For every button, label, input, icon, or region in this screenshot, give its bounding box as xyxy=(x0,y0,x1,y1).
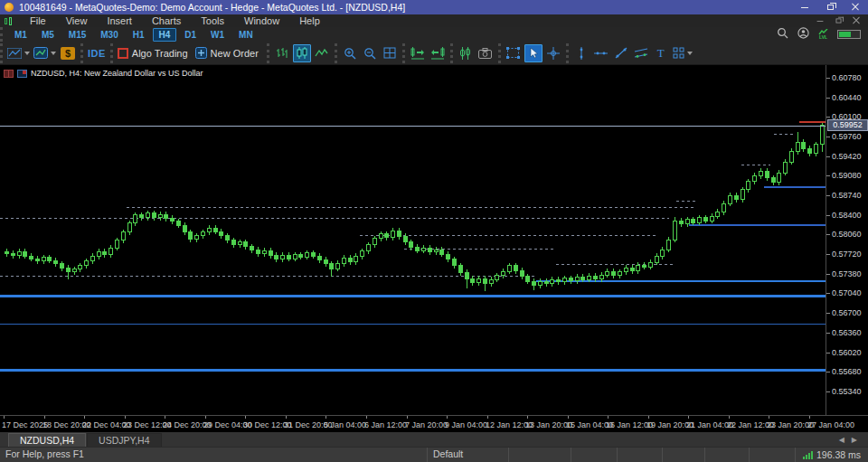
vertical-line-button[interactable] xyxy=(572,44,590,62)
currency-button[interactable]: $ xyxy=(59,44,77,62)
candle xyxy=(514,266,518,271)
chart-tab-nzdusd-h4[interactable]: NZDUSD,H4 xyxy=(8,433,86,447)
text-tool-button[interactable]: T xyxy=(652,44,670,62)
menu-item-view[interactable]: View xyxy=(56,14,98,27)
timeframe-button-m30[interactable]: M30 xyxy=(94,28,124,42)
timeframe-button-w1[interactable]: W1 xyxy=(204,28,231,42)
candle xyxy=(61,264,64,268)
timeframe-button-d1[interactable]: D1 xyxy=(178,28,203,42)
toolbar-group-charts: $ xyxy=(0,43,80,63)
price-tick xyxy=(826,313,830,314)
new-order-button[interactable]: New Order xyxy=(194,44,263,62)
child-restore-button[interactable] xyxy=(832,16,844,26)
candle-mode-button[interactable] xyxy=(293,44,311,62)
candle xyxy=(625,268,628,271)
profile-icon[interactable] xyxy=(797,26,809,42)
candle xyxy=(716,212,720,216)
child-close-button[interactable] xyxy=(850,16,863,26)
menu-item-help[interactable]: Help xyxy=(289,14,330,27)
timeframe-button-mn[interactable]: MN xyxy=(232,28,259,42)
timeframe-button-m15[interactable]: M15 xyxy=(62,28,92,42)
status-cell-empty xyxy=(571,448,618,462)
screenshot-button[interactable] xyxy=(476,44,495,62)
chevron-down-icon xyxy=(24,52,30,55)
candle xyxy=(612,271,616,275)
menu-item-window[interactable]: Window xyxy=(234,14,289,27)
tab-scroll-right-button[interactable]: ▶ xyxy=(852,436,857,444)
status-connection[interactable]: 196.38 ms xyxy=(795,448,868,462)
title-bar[interactable]: 100481649 - MetaQuotes-Demo: Demo Accoun… xyxy=(0,0,868,14)
candle xyxy=(656,257,659,262)
price-tick-label: 0.55680 xyxy=(832,367,862,376)
bar-chart-mode-button[interactable] xyxy=(273,44,291,62)
double-candle-icon-button[interactable] xyxy=(457,44,475,62)
price-tick-label: 0.59080 xyxy=(832,171,862,180)
timeframe-button-h4[interactable]: H4 xyxy=(153,28,177,42)
indicators-button[interactable] xyxy=(33,44,57,62)
candle xyxy=(722,203,726,212)
menu-item-charts[interactable]: Charts xyxy=(142,14,191,27)
candle xyxy=(495,276,499,279)
close-button[interactable] xyxy=(843,0,868,14)
algo-trading-button[interactable]: Algo Trading xyxy=(117,44,193,62)
shapes-button[interactable] xyxy=(672,44,693,62)
tab-scroll-left-button[interactable]: ◀ xyxy=(839,436,844,444)
time-tick xyxy=(125,416,126,419)
candle xyxy=(674,221,677,240)
candle xyxy=(410,242,413,248)
time-axis[interactable]: 17 Dec 202518 Dec 20:0022 Dec 04:0023 De… xyxy=(0,415,868,432)
cursor-button[interactable] xyxy=(524,44,542,62)
line-mode-button[interactable] xyxy=(313,44,331,62)
candle xyxy=(214,228,218,231)
candle xyxy=(692,220,695,222)
status-cell-empty xyxy=(618,448,663,462)
select-rect-button[interactable] xyxy=(505,44,523,62)
status-bar: For Help, press F1 Default 196.38 ms xyxy=(0,448,868,462)
time-tick xyxy=(165,416,165,419)
depth-of-market-icon[interactable] xyxy=(4,70,14,78)
candle xyxy=(440,250,444,254)
menu-item-file[interactable]: File xyxy=(20,14,56,27)
minimize-button[interactable] xyxy=(792,0,817,14)
zoom-in-button[interactable] xyxy=(341,44,359,62)
price-axis[interactable]: 0.607800.604400.601000.597600.594200.590… xyxy=(826,65,868,415)
trendline-button[interactable] xyxy=(612,44,630,62)
horizontal-line-button[interactable] xyxy=(592,44,610,62)
timeframe-button-m1[interactable]: M1 xyxy=(8,28,33,42)
candle xyxy=(747,182,750,190)
crosshair-button[interactable] xyxy=(544,44,562,62)
tile-windows-button[interactable] xyxy=(381,44,399,62)
search-icon[interactable] xyxy=(777,26,788,42)
restore-button[interactable] xyxy=(817,0,843,14)
price-tick xyxy=(826,254,830,255)
chart-canvas[interactable]: NZDUSD, H4: New Zealand Dollar vs US Dol… xyxy=(0,65,826,415)
candle xyxy=(606,271,609,275)
zoom-out-button[interactable] xyxy=(361,44,379,62)
price-tick xyxy=(826,156,830,157)
candle xyxy=(184,225,187,232)
timeframe-button-m5[interactable]: M5 xyxy=(35,28,61,42)
auto-scroll-button[interactable] xyxy=(409,44,427,62)
ide-button[interactable]: IDE xyxy=(87,44,107,62)
chart-shift-button[interactable] xyxy=(429,44,447,62)
candle xyxy=(67,268,71,271)
child-minimize-button[interactable] xyxy=(814,16,826,26)
time-tick xyxy=(245,416,246,419)
chart-type-button[interactable] xyxy=(6,44,31,62)
candle xyxy=(790,152,794,162)
menu-item-tools[interactable]: Tools xyxy=(191,14,234,27)
chart-window-icon[interactable] xyxy=(17,70,27,78)
status-help-text: For Help, press F1 xyxy=(0,448,428,462)
timeframe-button-h1[interactable]: H1 xyxy=(127,28,151,42)
candle xyxy=(294,255,297,259)
channel-button[interactable] xyxy=(632,44,650,62)
price-tick xyxy=(826,78,830,79)
chart-tab-usdjpy-h4[interactable]: USDJPY,H4 xyxy=(87,433,161,447)
time-tick xyxy=(809,416,810,419)
candle xyxy=(563,278,567,282)
status-profile[interactable]: Default xyxy=(428,448,509,462)
app-logo-icon xyxy=(5,3,14,12)
candle xyxy=(140,215,144,218)
menu-item-insert[interactable]: Insert xyxy=(97,14,142,27)
price-tick-label: 0.56700 xyxy=(832,308,862,317)
